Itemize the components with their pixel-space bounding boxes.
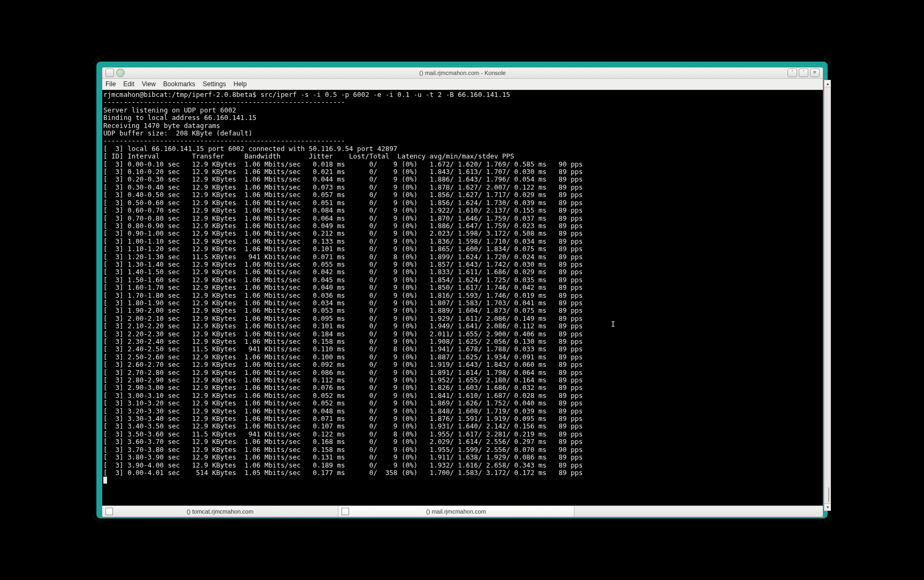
maximize-button[interactable]: ˄ [799, 69, 808, 77]
titlebar[interactable]: () mail.rjmcmahon.com - Konsole ˅ ˄ ✕ [102, 67, 823, 79]
terminal-output[interactable]: rjmcmahon@bibcat:/tmp/iperf-2.0.8beta$ s… [102, 90, 823, 506]
tab-label: () tomcat.rjmcmahon.com [187, 508, 254, 515]
tabbar[interactable]: () tomcat.rjmcmahon.com () mail.rjmcmaho… [102, 506, 823, 517]
terminal-icon [342, 508, 349, 515]
tab-mail[interactable]: () mail.rjmcmahon.com [338, 506, 574, 517]
tab-tomcat[interactable]: () tomcat.rjmcmahon.com [102, 506, 338, 517]
desktop-frame: () mail.rjmcmahon.com - Konsole ˅ ˄ ✕ Fi… [93, 58, 831, 522]
menubar[interactable]: File Edit View Bookmarks Settings Help [102, 79, 823, 90]
konsole-window: () mail.rjmcmahon.com - Konsole ˅ ˄ ✕ Fi… [102, 67, 823, 517]
window-title: () mail.rjmcmahon.com - Konsole [102, 70, 823, 76]
scroll-down-icon[interactable]: ▾ [824, 503, 831, 511]
vertical-scrollbar[interactable]: ▴ ▾ [824, 80, 831, 511]
menu-help[interactable]: Help [233, 80, 247, 88]
window-menu-icon[interactable] [105, 69, 114, 77]
close-button[interactable]: ✕ [810, 69, 820, 77]
menu-bookmarks[interactable]: Bookmarks [163, 80, 195, 88]
menu-view[interactable]: View [142, 80, 156, 88]
terminal-icon [105, 508, 113, 515]
text-cursor-icon: I [611, 320, 615, 328]
window-shade-icon[interactable] [116, 69, 125, 77]
scrollbar-thumb[interactable] [828, 487, 829, 502]
minimize-button[interactable]: ˅ [787, 69, 797, 77]
menu-settings[interactable]: Settings [203, 80, 226, 88]
menu-file[interactable]: File [105, 80, 116, 88]
menu-edit[interactable]: Edit [123, 80, 134, 88]
tab-label: () mail.rjmcmahon.com [426, 508, 486, 515]
scroll-up-icon[interactable]: ▴ [824, 80, 831, 87]
terminal-cursor [103, 477, 107, 484]
